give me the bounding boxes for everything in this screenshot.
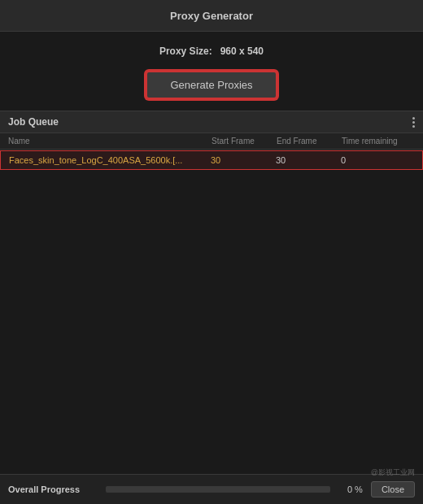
table-row[interactable]: Faces_skin_tone_LogC_400ASA_5600k.[... 3…	[0, 150, 423, 170]
title-bar: Proxy Generator	[0, 0, 423, 32]
col-name: Name	[8, 137, 212, 146]
cell-end-frame: 30	[276, 155, 341, 165]
close-button[interactable]: Close	[371, 481, 415, 497]
dot1	[412, 117, 415, 119]
proxy-size-label: Proxy Size: 960 x 540	[159, 46, 264, 57]
overall-progress-label: Overall Progress	[8, 484, 98, 494]
col-end-frame: End Frame	[277, 137, 342, 146]
generate-proxies-button[interactable]: Generate Proxies	[146, 71, 277, 99]
job-queue-table: Name Start Frame End Frame Time remainin…	[0, 133, 423, 170]
table-header: Name Start Frame End Frame Time remainin…	[0, 133, 423, 150]
content-area	[0, 171, 423, 439]
cell-time-remaining: 0	[341, 155, 414, 165]
dot3	[412, 125, 415, 128]
cell-name: Faces_skin_tone_LogC_400ASA_5600k.[...	[9, 155, 211, 165]
proxy-size-section: Proxy Size: 960 x 540	[0, 32, 423, 66]
cell-start-frame: 30	[211, 155, 276, 165]
col-start-frame: Start Frame	[212, 137, 277, 146]
app-title: Proxy Generator	[170, 10, 253, 22]
bottom-section: Overall Progress 0 % Close	[0, 474, 423, 504]
progress-row: Overall Progress 0 % Close	[8, 481, 415, 497]
progress-bar-container	[106, 486, 330, 493]
col-time-remaining: Time remaining	[342, 137, 415, 146]
job-queue-header: Job Queue	[0, 111, 423, 133]
progress-percent: 0 %	[338, 484, 363, 494]
job-queue-menu-icon[interactable]	[412, 117, 415, 128]
generate-button-container: Generate Proxies	[0, 66, 423, 111]
job-queue-title: Job Queue	[8, 116, 59, 128]
dot2	[412, 121, 415, 124]
